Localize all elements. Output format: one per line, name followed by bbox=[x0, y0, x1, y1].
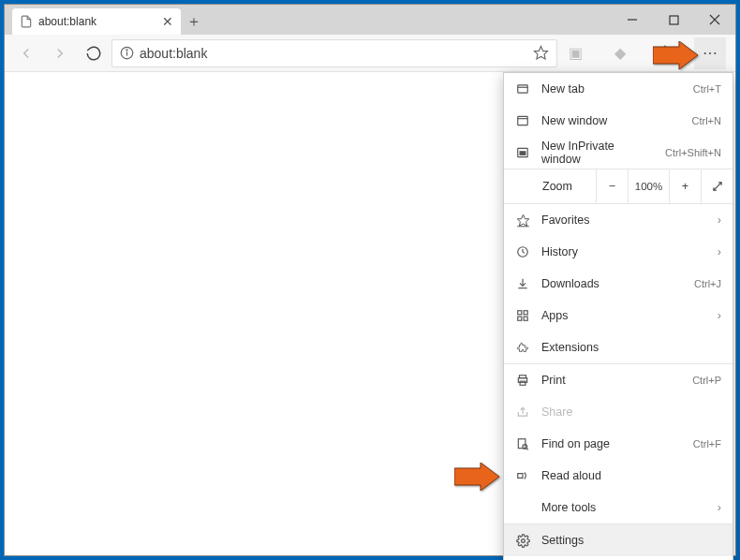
menu-new-inprivate[interactable]: New InPrivate window Ctrl+Shift+N bbox=[504, 137, 733, 169]
menu-favorites[interactable]: Favorites › bbox=[504, 204, 733, 236]
extension-icon-2[interactable]: ◆ bbox=[604, 37, 636, 69]
apps-icon bbox=[515, 308, 530, 323]
maximize-button[interactable] bbox=[653, 5, 694, 35]
favorites-icon bbox=[515, 213, 530, 228]
chevron-right-icon: › bbox=[712, 501, 721, 514]
browser-window: about:blank ✕ ＋ about:blank ▣ ◆ ⋯ bbox=[4, 4, 736, 556]
menu-new-tab[interactable]: New tab Ctrl+T bbox=[504, 73, 733, 105]
settings-gear-icon bbox=[515, 533, 530, 548]
menu-item-label: New tab bbox=[541, 82, 682, 96]
extension-icon-1[interactable]: ▣ bbox=[559, 37, 591, 69]
downloads-icon bbox=[515, 276, 530, 291]
more-menu-button[interactable]: ⋯ bbox=[694, 37, 726, 69]
menu-share: Share bbox=[504, 396, 733, 428]
menu-item-shortcut: Ctrl+Shift+N bbox=[665, 147, 721, 158]
menu-item-label: Downloads bbox=[541, 277, 683, 290]
svg-rect-23 bbox=[518, 317, 522, 320]
new-window-icon bbox=[515, 113, 530, 128]
blank-icon bbox=[515, 500, 530, 515]
menu-item-label: Read aloud bbox=[541, 469, 721, 482]
svg-marker-16 bbox=[517, 214, 529, 226]
more-menu: New tab Ctrl+T New window Ctrl+N New InP… bbox=[503, 72, 733, 560]
tab-close-icon[interactable]: ✕ bbox=[162, 14, 173, 29]
menu-item-label: Print bbox=[541, 374, 681, 387]
menu-item-label: Extensions bbox=[541, 341, 721, 354]
svg-rect-22 bbox=[524, 311, 527, 315]
menu-item-label: Favorites bbox=[541, 214, 701, 227]
svg-line-31 bbox=[526, 449, 528, 450]
menu-apps[interactable]: Apps › bbox=[504, 300, 733, 332]
titlebar: about:blank ✕ ＋ bbox=[5, 5, 735, 35]
inprivate-icon bbox=[515, 145, 530, 160]
menu-new-window[interactable]: New window Ctrl+N bbox=[504, 105, 733, 137]
favorites-bar-icon[interactable] bbox=[649, 37, 681, 69]
menu-item-shortcut: Ctrl+N bbox=[692, 115, 721, 126]
menu-item-shortcut: Ctrl+F bbox=[693, 438, 721, 449]
menu-extensions[interactable]: Extensions bbox=[504, 332, 733, 363]
svg-rect-29 bbox=[518, 439, 525, 449]
menu-item-shortcut: Ctrl+J bbox=[694, 278, 721, 289]
menu-read-aloud[interactable]: Read aloud bbox=[504, 460, 733, 492]
forward-button[interactable] bbox=[44, 37, 76, 69]
menu-item-label: More tools bbox=[541, 501, 701, 514]
page-viewport: New tab Ctrl+T New window Ctrl+N New InP… bbox=[5, 72, 735, 555]
zoom-in-button[interactable]: + bbox=[669, 169, 701, 203]
history-icon bbox=[515, 244, 530, 259]
menu-zoom: Zoom − 100% + bbox=[504, 169, 733, 204]
address-bar[interactable]: about:blank bbox=[111, 39, 557, 67]
svg-rect-14 bbox=[520, 152, 525, 155]
chevron-right-icon: › bbox=[712, 214, 721, 227]
svg-rect-1 bbox=[670, 16, 678, 24]
menu-item-shortcut: Ctrl+T bbox=[693, 83, 721, 95]
menu-settings[interactable]: Settings bbox=[504, 524, 733, 556]
svg-rect-11 bbox=[518, 116, 528, 125]
zoom-out-button[interactable]: − bbox=[596, 169, 628, 203]
chevron-right-icon: › bbox=[712, 309, 721, 322]
favorite-star-icon[interactable] bbox=[533, 45, 549, 61]
svg-rect-21 bbox=[518, 311, 522, 315]
minimize-button[interactable] bbox=[612, 5, 653, 35]
menu-item-label: Apps bbox=[541, 309, 701, 322]
zoom-value: 100% bbox=[628, 169, 669, 203]
menu-item-label: Share bbox=[541, 405, 721, 419]
find-icon bbox=[515, 436, 530, 451]
menu-print[interactable]: Print Ctrl+P bbox=[504, 364, 733, 396]
menu-item-label: Find on page bbox=[541, 437, 682, 450]
svg-line-15 bbox=[713, 183, 720, 190]
svg-rect-24 bbox=[524, 317, 527, 320]
toolbar-right: ▣ ◆ ⋯ bbox=[559, 37, 730, 69]
browser-tab[interactable]: about:blank ✕ bbox=[12, 8, 181, 35]
read-aloud-icon bbox=[515, 468, 530, 483]
new-tab-icon bbox=[515, 81, 530, 96]
close-window-button[interactable] bbox=[694, 5, 735, 35]
menu-downloads[interactable]: Downloads Ctrl+J bbox=[504, 268, 733, 300]
menu-item-label: New InPrivate window bbox=[541, 140, 654, 166]
site-info-icon[interactable] bbox=[120, 46, 134, 60]
print-icon bbox=[515, 373, 530, 388]
svg-marker-8 bbox=[659, 46, 673, 59]
menu-item-label: New window bbox=[541, 114, 681, 127]
zoom-label: Zoom bbox=[504, 180, 596, 193]
chevron-right-icon: › bbox=[712, 245, 721, 258]
svg-marker-7 bbox=[534, 46, 547, 58]
refresh-button[interactable] bbox=[78, 37, 110, 69]
page-icon bbox=[20, 15, 33, 28]
new-tab-button[interactable]: ＋ bbox=[181, 8, 207, 35]
svg-point-6 bbox=[126, 50, 127, 51]
menu-item-label: Settings bbox=[541, 534, 721, 547]
menu-item-label: History bbox=[541, 245, 701, 258]
menu-history[interactable]: History › bbox=[504, 236, 733, 268]
share-icon bbox=[515, 405, 530, 420]
menu-help[interactable]: Help and feedback › bbox=[504, 556, 733, 560]
menu-item-shortcut: Ctrl+P bbox=[692, 375, 721, 386]
window-controls bbox=[612, 5, 735, 35]
back-button[interactable] bbox=[10, 37, 42, 69]
menu-more-tools[interactable]: More tools › bbox=[504, 492, 733, 523]
fullscreen-button[interactable] bbox=[701, 169, 733, 203]
menu-find-on-page[interactable]: Find on page Ctrl+F bbox=[504, 428, 733, 460]
svg-rect-9 bbox=[518, 85, 528, 93]
address-url: about:blank bbox=[140, 46, 527, 61]
svg-point-32 bbox=[521, 538, 525, 542]
extensions-icon bbox=[515, 340, 530, 355]
tab-title: about:blank bbox=[38, 15, 96, 28]
